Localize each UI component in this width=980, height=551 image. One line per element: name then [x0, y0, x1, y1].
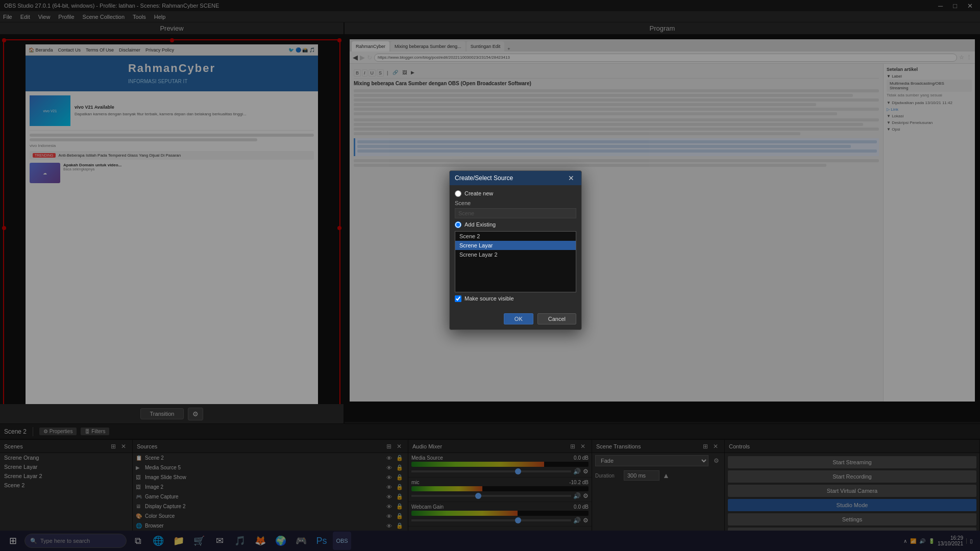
- create-new-radio[interactable]: [455, 190, 461, 197]
- dialog-overlay: Create/Select Source ✕ Create new Scene …: [0, 0, 980, 551]
- add-existing-radio-row: Add Existing: [455, 221, 576, 228]
- make-visible-label: Make source visible: [464, 295, 514, 302]
- scene-label: Scene: [455, 200, 576, 206]
- list-item-scene2[interactable]: Scene 2: [455, 232, 576, 241]
- add-existing-radio[interactable]: [455, 221, 461, 228]
- create-new-radio-row: Create new: [455, 190, 576, 197]
- list-item-screne-layar[interactable]: Screne Layar: [455, 241, 576, 250]
- add-existing-label: Add Existing: [464, 221, 496, 228]
- dialog-ok-button[interactable]: OK: [504, 313, 533, 324]
- scene-name-input[interactable]: [455, 208, 576, 218]
- create-select-source-dialog: Create/Select Source ✕ Create new Scene …: [449, 170, 582, 330]
- dialog-close-button[interactable]: ✕: [566, 174, 576, 182]
- make-visible-row: Make source visible: [455, 295, 576, 302]
- existing-sources-list[interactable]: Scene 2 Screne Layar Screne Layar 2: [455, 231, 576, 292]
- dialog-buttons: OK Cancel: [450, 311, 581, 330]
- dialog-body: Create new Scene Add Existing Scene 2 Sc…: [450, 185, 581, 311]
- dialog-titlebar: Create/Select Source ✕: [450, 171, 581, 185]
- list-item-screne-layar2[interactable]: Screne Layar 2: [455, 250, 576, 259]
- dialog-title: Create/Select Source: [455, 174, 513, 182]
- create-new-label: Create new: [464, 190, 493, 196]
- dialog-cancel-button[interactable]: Cancel: [537, 313, 576, 324]
- make-visible-checkbox[interactable]: [455, 295, 461, 302]
